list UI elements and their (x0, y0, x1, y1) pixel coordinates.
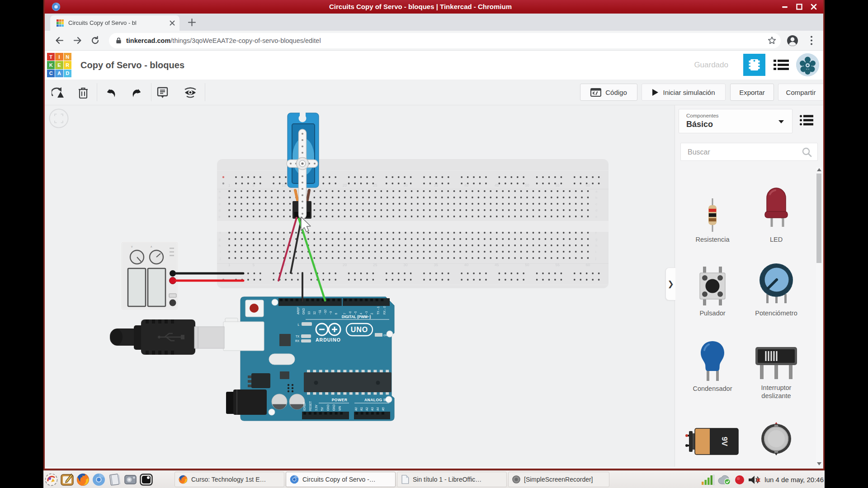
logo-tile: D (64, 70, 71, 77)
component-label: Potenciómetro (746, 309, 806, 317)
close-button[interactable] (811, 4, 817, 10)
search-icon (802, 147, 812, 157)
component-potentiometer[interactable]: Potenciómetro (746, 263, 806, 317)
code-button[interactable]: Código (580, 84, 637, 101)
address-bar[interactable]: tinkercad.com/things/3qoWeEAAT2e-copy-of… (109, 33, 781, 48)
taskbar-window-libreoffice[interactable]: Sin título 1 - LibreOffic… (397, 472, 507, 487)
svg-text:ARDUINO: ARDUINO (316, 337, 341, 343)
share-button[interactable]: Compartir (778, 84, 823, 101)
taskbar-window-recorder[interactable]: [SimpleScreenRecorder] (508, 472, 609, 487)
visibility-eye-icon[interactable] (184, 87, 197, 99)
component-pushbutton[interactable]: Pulsador (683, 263, 742, 317)
sidebar-scrollbar[interactable] (816, 167, 822, 466)
launcher-notes-app-icon[interactable] (60, 473, 74, 487)
component-capacitor[interactable]: Condensador (683, 340, 742, 393)
lock-icon (116, 38, 122, 44)
sidebar-collapse-button[interactable]: ❯ (665, 267, 675, 300)
circuit-canvas[interactable]: 1155101015152020252530303535404045455050… (45, 105, 675, 469)
volume-icon[interactable] (748, 474, 761, 485)
svg-text:25: 25 (373, 183, 377, 188)
usb-cable[interactable] (110, 319, 224, 355)
launcher-journal-icon[interactable] (108, 473, 122, 487)
minimize-button[interactable] (782, 4, 788, 10)
export-button[interactable]: Exportar (730, 84, 774, 101)
browser-tab[interactable]: Circuits Copy of Servo - bl (50, 15, 179, 31)
svg-text:40: 40 (464, 183, 469, 188)
svg-text:55: 55 (556, 263, 560, 267)
trash-icon[interactable] (78, 87, 88, 99)
bookmark-star-icon[interactable] (768, 36, 776, 45)
component-resistor[interactable]: Resistencia (683, 184, 742, 244)
forward-icon[interactable] (73, 36, 82, 45)
tab-close-icon[interactable] (169, 19, 176, 27)
firefox-icon (179, 475, 188, 484)
power-supply-knob[interactable] (150, 250, 163, 264)
components-category-dropdown[interactable]: Componentes Básico (679, 109, 793, 133)
svg-text:d: d (219, 208, 221, 212)
maximize-button[interactable] (796, 4, 802, 10)
zoom-to-fit-button[interactable] (50, 109, 68, 128)
dropdown-value: Básico (686, 120, 713, 129)
user-avatar[interactable] (796, 53, 819, 76)
svg-text:L: L (297, 323, 299, 326)
power-supply[interactable]: V A (122, 242, 178, 310)
svg-text:TX: TX (296, 335, 300, 338)
taskbar-window-firefox[interactable]: Curso: Technology 1st E… (175, 472, 284, 487)
launcher-recorder-icon[interactable] (139, 473, 153, 487)
svg-text:j: j (219, 256, 221, 260)
profile-avatar-icon[interactable] (787, 35, 798, 47)
led-icon (764, 184, 789, 232)
arduino-reset-button[interactable] (245, 300, 264, 317)
slideswitch-icon (755, 347, 797, 381)
list-view-icon[interactable] (774, 59, 789, 70)
svg-text:~9: ~9 (329, 311, 332, 314)
browser-menu-icon[interactable] (811, 36, 812, 45)
dropdown-label: Componentes (686, 113, 719, 118)
rotate-icon[interactable] (52, 87, 65, 99)
notes-icon[interactable] (157, 87, 168, 99)
screen: Circuits Copy of Servo - bloques | Tinke… (43, 0, 825, 488)
svg-text:A3: A3 (371, 407, 374, 411)
launcher-chromium-icon[interactable] (92, 473, 106, 487)
network-signal-icon[interactable] (701, 474, 715, 485)
cloud-sync-icon[interactable] (718, 475, 731, 485)
component-slideswitch[interactable]: Interruptor deslizante (746, 340, 806, 400)
arduino-uno[interactable]: DIGITAL (PWM~) AREFGND1312~11~10~987~6~5… (223, 297, 394, 421)
scroll-up-arrow[interactable] (817, 168, 821, 171)
component-list-toggle-icon[interactable] (800, 115, 813, 126)
component-battery-9v[interactable]: 9V (683, 422, 742, 455)
new-tab-button[interactable] (188, 18, 196, 27)
back-icon[interactable] (55, 36, 64, 45)
browser-window: Circuits Copy of Servo - bloques | Tinke… (43, 0, 825, 470)
component-led[interactable]: LED (746, 184, 806, 244)
scroll-down-arrow[interactable] (817, 462, 821, 465)
redo-icon[interactable] (132, 87, 142, 99)
svg-text:d: d (595, 208, 597, 212)
breadboard-view-button[interactable] (743, 54, 765, 76)
logo-tile: E (55, 61, 63, 69)
launcher-drawing-app-icon[interactable] (44, 473, 58, 487)
recording-indicator-icon[interactable] (735, 475, 745, 485)
svg-text:40: 40 (464, 263, 469, 267)
scrollbar-thumb[interactable] (816, 174, 821, 263)
power-supply-knob[interactable] (130, 250, 144, 264)
component-search-field[interactable]: Buscar (680, 143, 818, 161)
component-label: Resistencia (683, 235, 742, 244)
tinkercad-toolbar: Código Iniciar simulación Exportar Compa… (45, 80, 823, 105)
launcher-screenshot-icon[interactable] (123, 473, 137, 487)
svg-text:~11: ~11 (318, 310, 321, 314)
start-simulation-button[interactable]: Iniciar simulación (642, 84, 726, 101)
component-coin-cell[interactable] (746, 422, 806, 455)
undo-icon[interactable] (105, 87, 116, 99)
svg-text:A5: A5 (382, 407, 385, 411)
launcher-firefox-icon[interactable] (76, 473, 90, 487)
taskbar-window-chromium[interactable]: Circuits Copy of Servo -… (286, 472, 396, 487)
component-label: Interruptor deslizante (746, 384, 806, 400)
svg-text:5V: 5V (321, 407, 324, 411)
breadboard[interactable]: 1155101015152020252530303535404045455050… (217, 159, 609, 288)
toolbar-separator (97, 83, 97, 101)
component-label: LED (746, 235, 806, 244)
tinkercad-logo[interactable]: TINKERCAD (47, 53, 71, 77)
power-supply-button[interactable] (170, 300, 176, 306)
reload-icon[interactable] (90, 36, 100, 45)
